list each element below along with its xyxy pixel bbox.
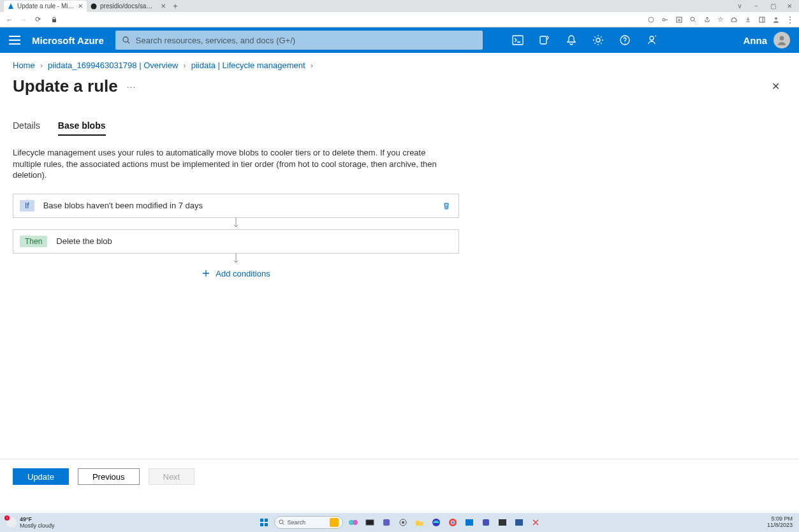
svg-point-25 <box>402 521 404 524</box>
taskbar-app-explorer[interactable] <box>413 516 426 529</box>
svg-point-8 <box>123 37 128 42</box>
taskbar-app-edge[interactable] <box>430 516 443 529</box>
sidepanel-icon[interactable] <box>758 16 766 24</box>
browser-tab-2[interactable]: presidio/docs/samples/deploy ✕ <box>87 1 170 12</box>
svg-rect-32 <box>499 519 506 526</box>
svg-point-13 <box>650 36 654 40</box>
start-button[interactable] <box>258 516 270 529</box>
taskbar-app-terminal[interactable] <box>496 516 509 529</box>
new-tab-button[interactable]: + <box>170 2 181 11</box>
then-action-text: Delete the blob <box>56 236 112 246</box>
downloads-icon[interactable] <box>744 16 752 24</box>
key-icon[interactable] <box>661 16 669 24</box>
window-minimize-icon[interactable]: − <box>753 3 759 10</box>
window-maximize-icon[interactable]: ▢ <box>770 3 776 10</box>
breadcrumb: Home › piidata_1699463031798 | Overview … <box>0 53 799 74</box>
tab-close-icon[interactable]: ✕ <box>161 4 166 9</box>
update-button[interactable]: Update <box>13 468 69 485</box>
user-menu[interactable]: Anna <box>744 32 791 48</box>
search-input[interactable] <box>136 36 476 45</box>
window-dropdown-icon[interactable]: v <box>737 3 743 10</box>
browser-tab-1[interactable]: Update a rule - Microsoft Azure ✕ <box>4 1 87 12</box>
address-bar[interactable] <box>47 17 642 23</box>
then-badge: Then <box>20 236 47 247</box>
azure-header: Microsoft Azure Anna <box>0 27 799 53</box>
add-conditions-button[interactable]: Add conditions <box>202 269 270 278</box>
taskbar-clock[interactable]: 5:09 PM 11/8/2023 <box>767 516 793 529</box>
user-name: Anna <box>744 35 768 46</box>
rule-builder: If Base blobs haven't been modified in 7… <box>0 181 472 281</box>
hamburger-menu[interactable] <box>9 36 20 45</box>
weather-temp: 49°F <box>20 516 55 522</box>
header-icons <box>512 34 657 46</box>
taskbar-app-settings[interactable] <box>397 516 409 529</box>
zoom-icon[interactable] <box>689 16 697 24</box>
settings-icon[interactable] <box>592 34 604 46</box>
install-icon[interactable] <box>675 16 683 24</box>
svg-rect-33 <box>515 519 523 526</box>
taskbar-search[interactable]: Search <box>274 516 343 529</box>
forward-button[interactable]: → <box>19 16 28 24</box>
taskbar-app-copilot[interactable] <box>347 516 360 529</box>
github-favicon <box>91 3 97 10</box>
crumb-lifecycle[interactable]: piidata | Lifecycle management <box>191 61 305 70</box>
taskbar-app-outlook[interactable] <box>463 516 476 529</box>
taskbar-app-word[interactable] <box>513 516 525 529</box>
if-condition-row[interactable]: If Base blobs haven't been modified in 7… <box>13 194 459 218</box>
connector-arrow <box>236 254 237 265</box>
brand[interactable]: Microsoft Azure <box>32 35 104 46</box>
azure-favicon <box>8 3 14 10</box>
taskbar-search-label: Search <box>288 519 306 526</box>
svg-rect-6 <box>759 17 765 22</box>
share-icon[interactable] <box>703 16 711 24</box>
crumb-home[interactable]: Home <box>13 61 35 70</box>
browser-toolbar: ← → ⟳ ☆ ⋮ <box>0 12 799 27</box>
previous-button[interactable]: Previous <box>78 468 140 485</box>
global-search[interactable] <box>115 31 483 50</box>
weather-widget[interactable]: ! 49°F Mostly cloudy <box>6 516 55 529</box>
back-button[interactable]: ← <box>5 16 14 24</box>
toolbar-right-icons: ☆ ⋮ <box>647 15 794 24</box>
profile-icon[interactable] <box>772 16 780 24</box>
copilot-icon[interactable] <box>539 34 550 46</box>
weather-icon: ! <box>6 517 17 528</box>
svg-point-14 <box>780 36 784 41</box>
tab-details[interactable]: Details <box>13 120 40 136</box>
connector-arrow <box>236 218 237 229</box>
svg-point-19 <box>279 520 283 524</box>
taskbar-app-snip[interactable] <box>529 516 542 529</box>
svg-rect-23 <box>383 519 390 526</box>
delete-condition-button[interactable] <box>442 201 451 210</box>
more-menu[interactable]: ··· <box>127 82 136 92</box>
if-badge: If <box>20 200 34 212</box>
svg-point-0 <box>91 3 97 9</box>
google-icon[interactable] <box>647 16 655 24</box>
feedback-icon[interactable] <box>646 34 657 46</box>
svg-rect-17 <box>260 523 263 526</box>
svg-point-3 <box>663 18 665 21</box>
extensions-icon[interactable] <box>730 16 738 24</box>
bookmark-icon[interactable]: ☆ <box>717 15 724 24</box>
taskbar-app-teams2[interactable] <box>480 516 492 529</box>
taskbar-app-chrome[interactable] <box>446 516 459 529</box>
footer-actions: Update Previous Next <box>0 459 799 494</box>
tab-close-icon[interactable]: ✕ <box>78 4 83 9</box>
close-blade-button[interactable]: ✕ <box>772 80 780 92</box>
taskbar-app-teams[interactable] <box>380 516 393 529</box>
browser-tab-title-1: Update a rule - Microsoft Azure <box>17 3 75 10</box>
window-close-icon[interactable]: ✕ <box>786 3 793 10</box>
crumb-storage[interactable]: piidata_1699463031798 | Overview <box>48 61 178 70</box>
notifications-icon[interactable] <box>566 34 577 46</box>
reload-button[interactable]: ⟳ <box>33 15 42 24</box>
menu-icon[interactable]: ⋮ <box>786 15 794 24</box>
then-action-row[interactable]: Then Delete the blob <box>13 229 459 254</box>
tab-base-blobs[interactable]: Base blobs <box>58 120 106 136</box>
svg-rect-9 <box>513 36 523 45</box>
search-icon <box>279 519 285 526</box>
svg-rect-18 <box>265 523 268 526</box>
taskbar-app-taskview[interactable] <box>363 516 376 529</box>
svg-rect-10 <box>540 36 546 44</box>
cloudshell-icon[interactable] <box>512 34 524 46</box>
svg-point-11 <box>596 38 600 42</box>
help-icon[interactable] <box>619 34 631 46</box>
